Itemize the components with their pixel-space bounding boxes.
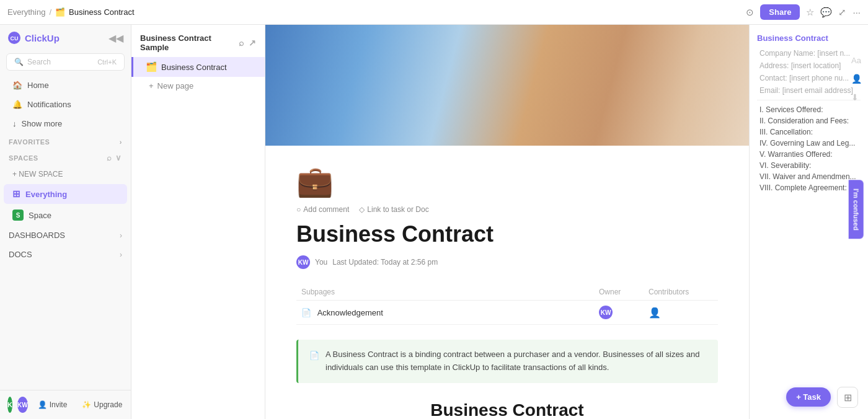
contributor-empty-icon: 👤 — [649, 307, 661, 318]
outline-download-icon[interactable]: ⬇ — [851, 92, 862, 102]
subpage-name[interactable]: Acknowledgement — [317, 308, 383, 317]
clickup-logo-icon: CU — [7, 31, 21, 45]
comment-circle-icon: ○ — [296, 205, 301, 214]
sidebar-item-everything[interactable]: ⊞ Everything — [4, 184, 127, 204]
chat-icon[interactable]: 💬 — [820, 7, 832, 18]
sidebar-header: CU ClickUp ◀◀ — [0, 25, 131, 51]
subpage-name-cell: 📄 Acknowledgement — [296, 301, 594, 325]
outline-section-4[interactable]: V. Warranties Offered: — [757, 150, 861, 159]
subpages-col-owner: Owner — [594, 284, 644, 301]
outline-section-5[interactable]: VI. Severability: — [757, 161, 861, 170]
outline-title[interactable]: Business Contract — [757, 33, 861, 43]
outline-section-1[interactable]: II. Consideration and Fees: — [757, 117, 861, 125]
down-arrow-icon: ↓ — [12, 119, 17, 128]
outline-section-3[interactable]: IV. Governing Law and Leg... — [757, 139, 861, 148]
docs-section[interactable]: DOCS › — [0, 245, 131, 264]
outline-section-7[interactable]: VIII. Complete Agreement: — [757, 183, 861, 192]
share-button[interactable]: Share — [760, 4, 800, 20]
docs-expand-icon[interactable]: ↗ — [249, 38, 256, 48]
outline-panel-actions: Aa 👤 ⬇ — [851, 56, 862, 102]
table-row: 📄 Acknowledgement KW 👤 — [296, 301, 718, 325]
subpage-file-icon: 📄 — [301, 308, 311, 317]
document-meta: KW You Last Updated: Today at 2:56 pm — [296, 255, 718, 269]
spaces-search-icon[interactable]: ⌕ — [107, 153, 112, 162]
breadcrumb-space[interactable]: Everything — [7, 7, 45, 17]
last-updated: Last Updated: Today at 2:56 pm — [332, 258, 438, 267]
link-to-task-button[interactable]: ◇ Link to task or Doc — [359, 205, 428, 214]
sidebar: CU ClickUp ◀◀ 🔍 Search Ctrl+K 🏠 Home 🔔 N… — [0, 25, 131, 419]
subpage-contributors-cell: 👤 — [644, 301, 718, 325]
invite-label: Invite — [50, 400, 68, 409]
highlight-doc-icon: 📄 — [309, 350, 319, 374]
document-emoji: 💼 — [296, 164, 718, 199]
add-task-button[interactable]: + Task — [786, 387, 831, 407]
show-more-label: Show more — [22, 119, 63, 128]
upgrade-icon: ✨ — [82, 400, 91, 409]
sidebar-item-space[interactable]: S Space — [4, 205, 127, 225]
favorites-section: FAVORITES › — [0, 133, 131, 148]
add-comment-button[interactable]: ○ Add comment — [296, 205, 349, 214]
link-to-task-label: Link to task or Doc — [367, 205, 428, 214]
more-options-icon[interactable]: ··· — [852, 7, 861, 17]
grid-view-button[interactable]: ⊞ — [837, 387, 858, 408]
outline-person-icon[interactable]: 👤 — [851, 74, 862, 84]
outline-section-6[interactable]: VII. Waiver and Amendmen... — [757, 172, 861, 181]
sidebar-item-notifications[interactable]: 🔔 Notifications — [4, 95, 127, 113]
document-title: Business Contract — [296, 221, 718, 247]
outline-field-2[interactable]: Contact: [insert phone nu... — [757, 74, 861, 82]
expand-icon[interactable]: ⤢ — [838, 7, 846, 18]
handshake-visual — [265, 25, 749, 146]
author-name: You — [315, 258, 327, 267]
spaces-chevron-icon[interactable]: ∨ — [115, 153, 122, 162]
docs-panel: Business Contract Sample ⌕ ↗ 🗂️ Business… — [131, 25, 265, 419]
invite-icon: 👤 — [38, 400, 47, 409]
dashboards-section[interactable]: DASHBOARDS › — [0, 226, 131, 245]
home-label: Home — [27, 81, 49, 90]
sidebar-item-home[interactable]: 🏠 Home — [4, 76, 127, 94]
subpages-table: Subpages Owner Contributors 📄 Acknowledg… — [296, 284, 718, 325]
docs-new-page-button[interactable]: + New page — [131, 77, 265, 95]
outline-field-3[interactable]: Email: [insert email address] — [757, 86, 861, 95]
feedback-tab[interactable]: I'm confused — [848, 180, 863, 239]
docs-panel-title: Business Contract Sample — [140, 33, 239, 52]
outline-format-icon[interactable]: Aa — [851, 56, 862, 65]
docs-new-page-label: New page — [157, 81, 194, 90]
document-section-title: Business Contract — [296, 400, 718, 419]
everything-label: Everything — [25, 190, 67, 199]
new-space-label: + NEW SPACE — [12, 170, 63, 179]
outline-section-2[interactable]: III. Cancellation: — [757, 128, 861, 136]
outline-divider — [757, 100, 861, 100]
docs-search-icon[interactable]: ⌕ — [239, 38, 244, 48]
docs-item-business-contract[interactable]: 🗂️ Business Contract — [131, 57, 265, 77]
spaces-label: SPACES — [9, 154, 38, 162]
outline-field-0[interactable]: Company Name: [insert n... — [757, 49, 861, 58]
space-label: Space — [29, 211, 51, 220]
upgrade-button[interactable]: ✨ Upgrade — [77, 398, 127, 412]
sidebar-item-show-more[interactable]: ↓ Show more — [4, 115, 127, 133]
docs-panel-header: Business Contract Sample ⌕ ↗ — [131, 25, 265, 57]
new-space-button[interactable]: + NEW SPACE — [4, 166, 127, 182]
docs-item-icon: 🗂️ — [146, 61, 157, 73]
star-icon[interactable]: ☆ — [806, 7, 814, 18]
document-actions: ○ Add comment ◇ Link to task or Doc — [296, 205, 718, 214]
invite-button[interactable]: 👤 Invite — [33, 398, 73, 412]
spaces-section: SPACES ⌕ ∨ — [0, 148, 131, 165]
outline-field-1[interactable]: Address: [insert location] — [757, 61, 861, 70]
sidebar-collapse-button[interactable]: ◀◀ — [108, 32, 123, 44]
owner-avatar: KW — [599, 306, 613, 319]
grid-icon: ⊞ — [844, 392, 852, 404]
upgrade-label: Upgrade — [94, 400, 122, 409]
docs-panel-actions: ⌕ ↗ — [239, 38, 256, 48]
everything-grid-icon: ⊞ — [12, 188, 20, 200]
favorites-chevron-icon[interactable]: › — [120, 138, 122, 146]
main-layout: CU ClickUp ◀◀ 🔍 Search Ctrl+K 🏠 Home 🔔 N… — [0, 25, 868, 419]
outline-fields: Company Name: [insert n... Address: [ins… — [757, 49, 861, 95]
outline-section-0[interactable]: I. Services Offered: — [757, 105, 861, 114]
bell-icon: 🔔 — [12, 100, 22, 109]
user-avatar-kw: KW — [17, 397, 28, 413]
notifications-label: Notifications — [27, 100, 71, 109]
search-bar[interactable]: 🔍 Search Ctrl+K — [6, 53, 125, 71]
docs-item-label: Business Contract — [161, 63, 227, 72]
search-icon: 🔍 — [14, 58, 24, 66]
bookmark-icon[interactable]: ⊙ — [746, 7, 754, 18]
